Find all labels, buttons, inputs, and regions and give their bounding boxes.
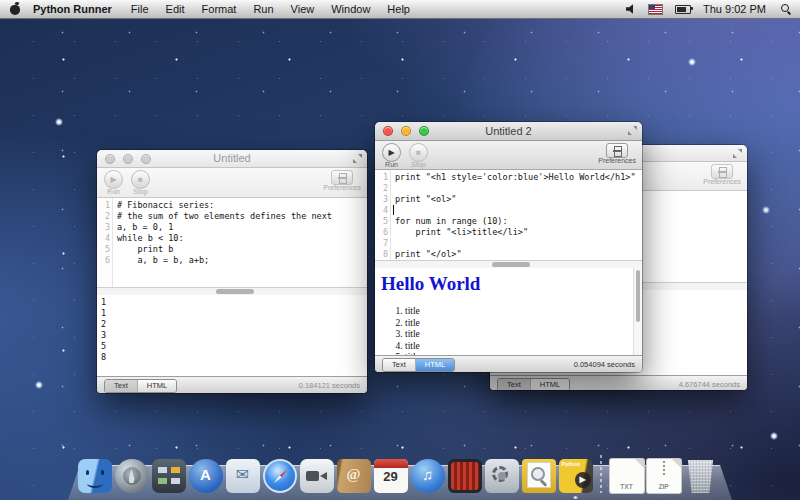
bright-star xyxy=(762,206,770,214)
safari-icon[interactable] xyxy=(263,459,297,493)
zip-file-icon[interactable]: ZIP xyxy=(647,459,681,493)
text-cursor xyxy=(393,205,394,215)
tab-html[interactable]: HTML xyxy=(530,379,569,391)
app-menu[interactable]: Python Runner xyxy=(33,3,112,15)
toolbar: ▶Run ■Stop Preferences xyxy=(97,168,367,198)
output-mode-switch: Text HTML xyxy=(104,379,177,393)
list-item: title xyxy=(405,306,642,318)
menu-edit[interactable]: Edit xyxy=(166,3,185,15)
apple-menu-icon[interactable] xyxy=(10,3,21,15)
vertical-scrollbar[interactable] xyxy=(633,268,642,355)
source-code[interactable]: print "<h1 style='color:blue'>Hello Worl… xyxy=(391,170,636,260)
run-button[interactable]: ▶Run xyxy=(382,143,401,168)
tab-text[interactable]: Text xyxy=(498,379,530,391)
window-title: Untitled 2 xyxy=(485,125,531,137)
toolbar: ▶Run ■Stop Preferences xyxy=(375,141,642,170)
finder-icon[interactable] xyxy=(78,459,112,493)
stop-button[interactable]: ■Stop xyxy=(131,170,150,195)
list-item: title xyxy=(405,341,642,353)
window-title: Untitled xyxy=(213,152,250,164)
output-list: title title title title title title xyxy=(375,306,642,355)
output-mode-switch: Text HTML xyxy=(497,378,570,391)
preferences-button[interactable]: Preferences xyxy=(703,164,741,185)
fullscreen-icon[interactable] xyxy=(353,154,362,163)
minimize-button[interactable] xyxy=(123,154,133,164)
menu-help[interactable]: Help xyxy=(387,3,410,15)
battery-icon[interactable] xyxy=(675,5,691,14)
running-indicator xyxy=(573,496,578,499)
horizontal-scrollbar[interactable] xyxy=(97,287,367,295)
tab-html[interactable]: HTML xyxy=(415,359,454,371)
zoom-button[interactable] xyxy=(141,154,151,164)
menu-view[interactable]: View xyxy=(291,3,315,15)
python-runner-icon[interactable]: Python xyxy=(559,459,593,493)
trash-icon[interactable] xyxy=(684,459,718,493)
system-preferences-icon[interactable] xyxy=(485,459,519,493)
title-bar[interactable]: Untitled 2 xyxy=(375,122,642,141)
output-mode-switch: Text HTML xyxy=(382,358,455,372)
window-untitled-2: Untitled 2 ▶Run ■Stop Preferences 1 2 3 … xyxy=(375,122,642,372)
menu-format[interactable]: Format xyxy=(202,3,237,15)
close-button[interactable] xyxy=(105,154,115,164)
run-button[interactable]: ▶Run xyxy=(104,170,123,195)
python-label: Python xyxy=(562,461,581,467)
zoom-button[interactable] xyxy=(419,126,429,136)
document-search-icon[interactable] xyxy=(522,459,556,493)
code-editor[interactable]: 1 2 3 4 5 6 # Fibonacci series: # the su… xyxy=(97,198,367,287)
run-time: 0.054094 seconds xyxy=(574,360,635,369)
preferences-button[interactable]: Preferences xyxy=(598,143,636,164)
traffic-lights xyxy=(383,126,437,136)
title-bar[interactable]: Untitled xyxy=(97,150,367,168)
photo-booth-icon[interactable] xyxy=(448,459,482,493)
us-flag-input-icon[interactable] xyxy=(648,4,663,15)
output-pane-html[interactable]: Hello World title title title title titl… xyxy=(375,268,642,355)
itunes-icon[interactable] xyxy=(411,459,445,493)
bottom-bar: Text HTML 0.184121 seconds xyxy=(97,376,367,393)
launchpad-icon[interactable] xyxy=(115,459,149,493)
txt-label: TXT xyxy=(610,483,644,490)
list-item: title xyxy=(405,318,642,330)
preferences-button[interactable]: Preferences xyxy=(323,170,361,191)
fullscreen-icon[interactable] xyxy=(628,126,637,135)
menu-run[interactable]: Run xyxy=(253,3,273,15)
list-item: title xyxy=(405,329,642,341)
desktop: Python Runner File Edit Format Run View … xyxy=(0,0,800,500)
traffic-lights xyxy=(105,154,159,164)
mission-control-icon[interactable] xyxy=(152,459,186,493)
close-button[interactable] xyxy=(383,126,393,136)
dock-icons: 29 Python TXT ZIP xyxy=(76,455,719,493)
output-text: 1 1 2 3 5 8 xyxy=(97,295,367,363)
run-time: 0.184121 seconds xyxy=(299,381,360,390)
line-numbers: 1 2 3 4 5 6 7 8 xyxy=(375,170,391,260)
volume-icon[interactable] xyxy=(626,4,636,14)
output-pane[interactable]: 1 1 2 3 5 8 xyxy=(97,295,367,376)
address-book-icon[interactable] xyxy=(337,459,371,493)
bright-star xyxy=(35,381,43,389)
zip-label: ZIP xyxy=(647,483,681,490)
menu-clock[interactable]: Thu 9:02 PM xyxy=(703,3,766,15)
fullscreen-icon[interactable] xyxy=(733,149,742,158)
ical-icon[interactable]: 29 xyxy=(374,459,408,493)
tab-text[interactable]: Text xyxy=(105,380,137,392)
app-store-icon[interactable] xyxy=(189,459,223,493)
window-untitled: Untitled ▶Run ■Stop Preferences 1 2 3 4 … xyxy=(97,150,367,393)
output-heading: Hello World xyxy=(381,273,642,295)
menu-status-area: Thu 9:02 PM xyxy=(626,3,800,15)
stop-button[interactable]: ■Stop xyxy=(409,143,428,168)
menu-bar: Python Runner File Edit Format Run View … xyxy=(0,0,800,19)
horizontal-scrollbar[interactable] xyxy=(375,260,642,268)
mail-icon[interactable] xyxy=(226,459,260,493)
menu-file[interactable]: File xyxy=(131,3,149,15)
source-code[interactable]: # Fibonacci series: # the sum of two ele… xyxy=(113,198,332,287)
line-numbers: 1 2 3 4 5 6 xyxy=(97,198,113,287)
facetime-icon[interactable] xyxy=(300,459,334,493)
tab-text[interactable]: Text xyxy=(383,359,415,371)
code-editor[interactable]: 1 2 3 4 5 6 7 8 print "<h1 style='color:… xyxy=(375,170,642,260)
minimize-button[interactable] xyxy=(401,126,411,136)
txt-file-icon[interactable]: TXT xyxy=(610,459,644,493)
spotlight-icon[interactable] xyxy=(780,3,792,15)
dock-separator xyxy=(600,455,602,493)
tab-html[interactable]: HTML xyxy=(137,380,176,392)
menu-window[interactable]: Window xyxy=(331,3,370,15)
bright-star xyxy=(770,432,778,440)
